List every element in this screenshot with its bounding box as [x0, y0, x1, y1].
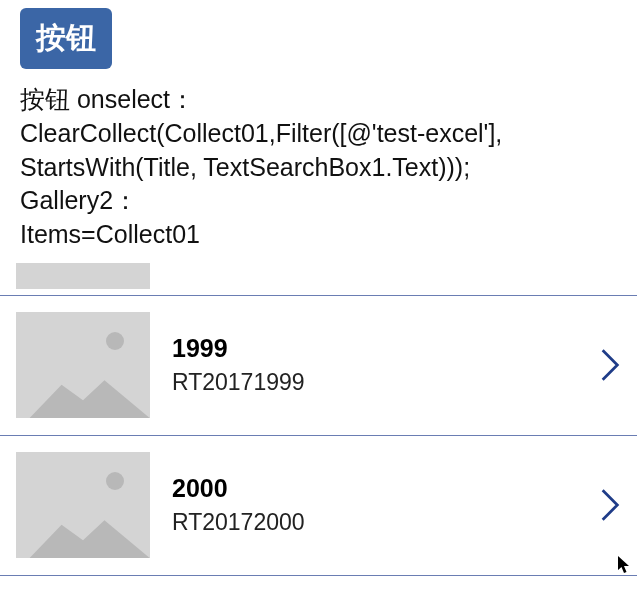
image-placeholder-icon — [16, 263, 150, 289]
list-item[interactable]: 1999 RT20171999 — [0, 296, 637, 436]
code-line: 按钮 onselect： — [20, 83, 621, 117]
code-line: ClearCollect(Collect01,Filter([@'test-ex… — [20, 117, 621, 151]
image-placeholder-icon — [16, 452, 150, 558]
list-item-subtitle: RT20171999 — [172, 369, 575, 396]
chevron-right-icon[interactable] — [597, 343, 623, 387]
image-placeholder-icon — [16, 312, 150, 418]
code-line: Items=Collect01 — [20, 218, 621, 252]
code-line: Gallery2： — [20, 184, 621, 218]
primary-button[interactable]: 按钮 — [20, 8, 112, 69]
list-item-subtitle: RT20172000 — [172, 509, 575, 536]
list-item-partial[interactable] — [0, 256, 637, 296]
code-line: StartsWith(Title, TextSearchBox1.Text)))… — [20, 151, 621, 185]
list-item-title: 1999 — [172, 334, 575, 363]
list-item-text: 1999 RT20171999 — [172, 334, 575, 396]
list-item-text: 2000 RT20172000 — [172, 474, 575, 536]
gallery: 1999 RT20171999 2000 RT20172000 — [0, 256, 637, 576]
formula-text: 按钮 onselect： ClearCollect(Collect01,Filt… — [20, 83, 621, 252]
list-item[interactable]: 2000 RT20172000 — [0, 436, 637, 576]
list-item-title: 2000 — [172, 474, 575, 503]
chevron-right-icon[interactable] — [597, 483, 623, 527]
